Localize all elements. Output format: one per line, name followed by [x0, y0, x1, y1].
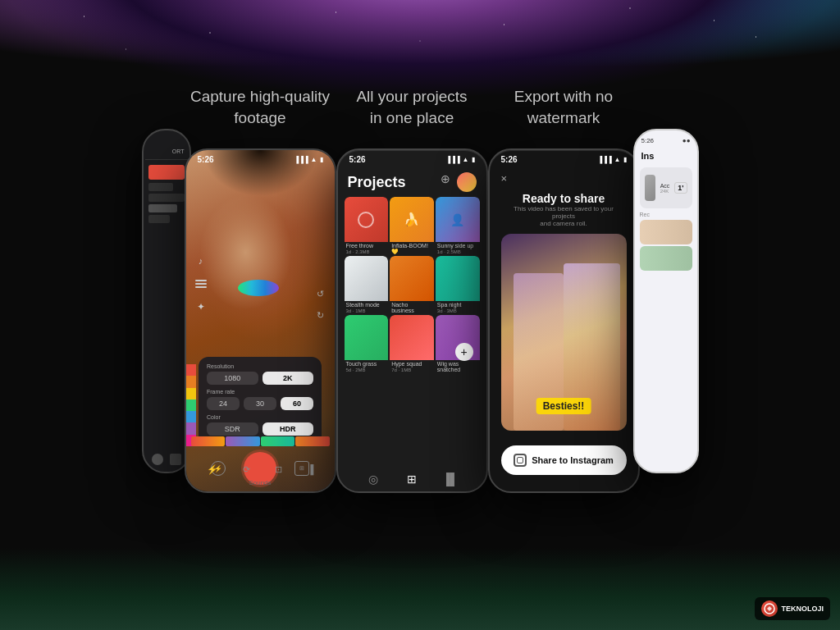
wifi-icon: ▲	[311, 156, 317, 163]
right-partial-time: 5:26	[641, 137, 655, 144]
stars-decoration	[0, 0, 840, 82]
camera-settings-panel: Resolution 1080 2K Frame rate 24 30 60 C…	[199, 357, 322, 446]
proj-name-8: Hype squad	[390, 360, 434, 368]
project-item-1[interactable]: Free throw 1d · 2.3MB	[345, 197, 389, 254]
projects-status-icons: ▐▐▐ ▲ ▮	[446, 156, 475, 163]
project-item-4[interactable]: Stealth mode 3d · 1MB	[345, 256, 389, 313]
proj-thumb-8	[390, 315, 434, 360]
timer-icon[interactable]	[193, 276, 209, 292]
nav-bar-icon[interactable]: ▐	[308, 464, 314, 475]
share-video-thumbnail: Besties!!	[501, 234, 627, 431]
share-to-instagram-btn[interactable]: Share to Instagram	[501, 445, 627, 475]
rotate-icon[interactable]: ↻	[313, 308, 328, 322]
proj-thumb-7	[345, 315, 389, 360]
proj-meta-3: 1d · 2.5MB	[436, 249, 480, 254]
right-partial-phone-wrap: 5:26 ●● Ins Acc 24K 1' Rec	[633, 129, 699, 473]
project-item-2[interactable]: 🍌 Inflata-BOOM! 💛 5h · 1.1MB	[390, 197, 434, 254]
proj-thumb-2: 🍌	[390, 197, 434, 242]
camera-time: 5:26	[198, 155, 214, 164]
sparkle-icon[interactable]: ✦	[193, 299, 209, 315]
right-partial-item-1: Acc 24K 1'	[640, 167, 692, 208]
camera-nav-bar: ⚡ ⟳ ⊡ ▐	[186, 464, 335, 475]
rp-item-2	[640, 220, 692, 244]
add-project-btn[interactable]: +	[455, 343, 473, 361]
color-strip	[186, 364, 196, 446]
close-button[interactable]: ×	[501, 172, 518, 189]
nav-flip-icon[interactable]: ⟳	[243, 464, 250, 475]
rp-label-1: Acc	[660, 183, 670, 189]
proj-name-3: Sunny side up	[436, 242, 480, 249]
rp-item-3	[640, 246, 692, 271]
res-2k-btn[interactable]: 2K	[262, 372, 314, 385]
teknoloji-icon	[764, 603, 775, 614]
share-title: Ready to share	[490, 192, 638, 205]
share-battery-icon: ▮	[623, 156, 627, 163]
proj-meta-8: 7d · 1MB	[390, 368, 434, 372]
proj-wifi-icon: ▲	[463, 156, 469, 163]
nav-bolt-icon[interactable]: ⚡	[207, 464, 218, 475]
projects-header: Projects ⊕	[338, 166, 486, 197]
bottom-glow	[0, 548, 840, 630]
project-item-5[interactable]: Nacho business 3d · 3.2MB	[390, 256, 434, 313]
projects-bottom-nav: ◎ ⊞ ▐▌	[338, 472, 486, 486]
rp-res-1: 1'	[674, 182, 687, 194]
flip-icon[interactable]: ↺	[313, 286, 328, 301]
besties-label: Besties!!	[536, 398, 591, 414]
projects-feature-block: All your projectsin one place 5:26 ▐▐▐ ▲…	[336, 86, 488, 493]
proj-meta-1: 1d · 2.3MB	[345, 249, 389, 254]
project-item-6[interactable]: Spa night 3d · 3MB	[436, 256, 480, 313]
project-item-3[interactable]: 👤 Sunny side up 1d · 2.5MB	[436, 197, 480, 254]
share-signal-icon: ▐▐▐	[598, 156, 612, 163]
right-partial-phone: 5:26 ●● Ins Acc 24K 1' Rec	[633, 129, 699, 473]
proj-name-5: Nacho business	[390, 301, 434, 313]
proj-name-9: Wig was snatched	[436, 360, 480, 372]
rp-section-label: Rec	[635, 212, 697, 217]
resolution-row: 1080 2K	[207, 372, 313, 385]
camera-status-bar: 5:26 ▐▐▐ ▲ ▮	[186, 150, 335, 166]
proj-battery-icon: ▮	[472, 156, 475, 163]
fps-30-btn[interactable]: 30	[244, 397, 276, 410]
project-item-8[interactable]: Hype squad 7d · 1MB	[390, 315, 434, 372]
camera-right-tools: ↺ ↻	[313, 286, 328, 322]
watermark-badge: TEKNOLOJI	[755, 597, 830, 620]
proj-meta-7: 5d · 2MB	[345, 368, 389, 372]
project-item-9[interactable]: Wig was snatched 7d · 2MB +	[436, 315, 480, 372]
res-1080-btn[interactable]: 1080	[207, 372, 258, 385]
eye-glitter	[238, 280, 279, 296]
nav-record-icon[interactable]: ◎	[366, 472, 381, 486]
projects-phone: 5:26 ▐▐▐ ▲ ▮ Projects ⊕	[336, 148, 488, 493]
camera-tools: ♪ ✦	[193, 253, 209, 315]
proj-name-2: Inflata-BOOM! 💛	[390, 242, 434, 254]
hdr-btn[interactable]: HDR	[262, 422, 314, 436]
music-icon[interactable]: ♪	[193, 253, 209, 269]
projects-grid: Free throw 1d · 2.3MB 🍌 Inflata-BOOM! 💛 …	[338, 197, 486, 372]
share-phone: 5:26 ▐▐▐ ▲ ▮ × Ready to share This video…	[488, 148, 640, 493]
sdr-btn[interactable]: SDR	[207, 422, 258, 436]
user-avatar[interactable]	[457, 172, 477, 192]
nav-photo-icon[interactable]: ⊡	[275, 464, 282, 475]
share-time: 5:26	[501, 155, 518, 164]
right-partial-status: 5:26 ●●	[635, 130, 697, 148]
proj-signal-icon: ▐▐▐	[446, 156, 460, 163]
camera-status-icons: ▐▐▐ ▲ ▮	[294, 156, 323, 163]
nav-grid-icon[interactable]: ⊞	[404, 472, 419, 486]
share-btn-label: Share to Instagram	[532, 455, 614, 465]
teknoloji-logo	[761, 600, 778, 617]
share-wifi-icon: ▲	[614, 156, 621, 163]
signal-icon: ▐▐▐	[294, 156, 308, 163]
link-icon[interactable]: ⊕	[441, 172, 450, 192]
framerate-label: Frame rate	[207, 389, 313, 395]
proj-thumb-5	[390, 256, 434, 301]
nav-stats-icon[interactable]: ▐▌	[443, 472, 458, 486]
resolution-label: Resolution	[207, 363, 313, 369]
battery-icon: ▮	[320, 156, 323, 163]
camera-feature-title: Capture high-qualityfootage	[190, 86, 330, 129]
project-item-7[interactable]: Touch grass 5d · 2MB	[345, 315, 389, 372]
instagram-icon	[514, 454, 527, 467]
proj-thumb-6	[436, 256, 480, 301]
left-partial-phone: ORT	[142, 129, 191, 473]
fps-60-btn[interactable]: 60	[281, 397, 313, 410]
fps-24-btn[interactable]: 24	[207, 397, 240, 410]
color-label: Color	[207, 414, 313, 420]
rp-size-1: 24K	[660, 189, 670, 194]
